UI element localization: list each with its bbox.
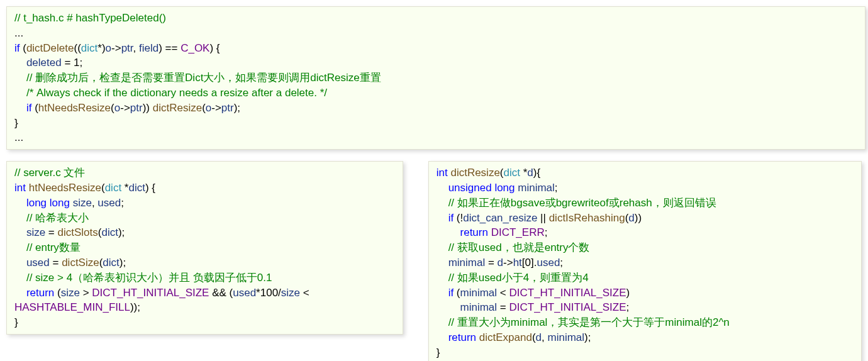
function-call: dictDelete xyxy=(26,42,74,54)
comment: // server.c 文件 xyxy=(14,167,85,179)
keyword: if xyxy=(14,42,20,54)
code-block-2: // server.c 文件 int htNeedsResize(dict *d… xyxy=(6,161,403,335)
variable: o xyxy=(106,42,111,54)
code-text: ... xyxy=(14,131,23,143)
comment: // t_hash.c # hashTypeDeleted() xyxy=(14,12,166,24)
code-text: } xyxy=(14,117,18,129)
function-def: dictResize xyxy=(450,167,499,179)
comment: // 删除成功后，检查是否需要重置Dict大小，如果需要则调用dictResiz… xyxy=(26,72,381,84)
comment: /* Always check if the dictionary needs … xyxy=(26,87,327,99)
macro: C_OK xyxy=(181,42,209,54)
code-text: ... xyxy=(14,27,23,39)
type: dict xyxy=(81,42,97,54)
code-block-1: // t_hash.c # hashTypeDeleted() ... if (… xyxy=(6,6,865,150)
function-def: htNeedsResize xyxy=(29,182,101,194)
code-block-3: int dictResize(dict *d){ unsigned long m… xyxy=(428,161,862,361)
